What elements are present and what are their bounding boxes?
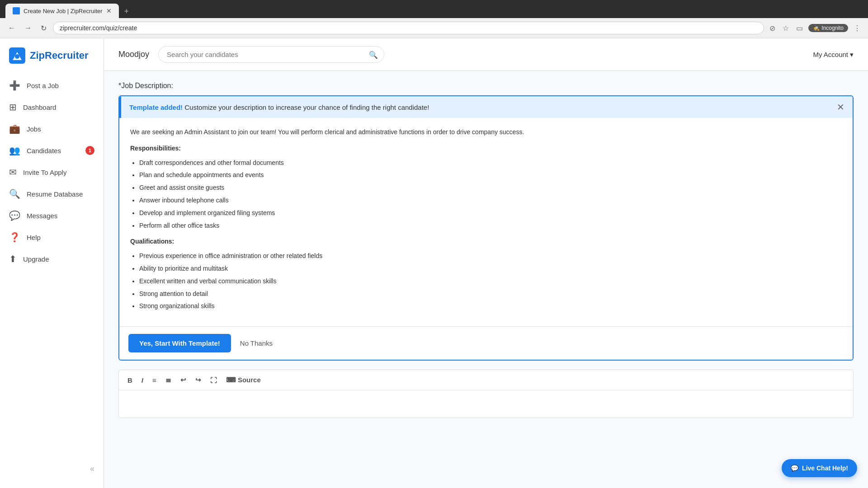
list-item: Greet and assist onsite guests — [139, 183, 842, 193]
header-right: My Account ▾ — [813, 51, 854, 59]
sidebar-item-label: Resume Database — [27, 190, 83, 198]
sidebar-item-candidates[interactable]: 👥 Candidates 1 — [0, 140, 104, 161]
resume-icon: 🔍 — [9, 188, 20, 199]
dashboard-icon: ⊞ — [9, 102, 17, 113]
svg-point-2 — [15, 54, 19, 59]
template-content: We are seeking an Admin Assistant to joi… — [119, 118, 853, 326]
toolbar-icons: ⊘ ☆ ▭ 🕵 Incognito ⋮ — [768, 22, 863, 34]
sidebar-item-label: Jobs — [27, 125, 41, 133]
sidebar-item-resume-database[interactable]: 🔍 Resume Database — [0, 183, 104, 205]
sidebar-item-label: Post a Job — [27, 82, 59, 89]
sidebar-item-label: Messages — [27, 212, 57, 220]
yes-start-template-button[interactable]: Yes, Start With Template! — [128, 334, 231, 352]
incognito-icon: 🕵 — [813, 25, 820, 31]
bold-button[interactable]: B — [125, 375, 135, 385]
editor-content[interactable] — [119, 390, 853, 418]
page-body: *Job Description: Template added! Custom… — [104, 71, 868, 488]
sidebar-item-jobs[interactable]: 💼 Jobs — [0, 118, 104, 140]
tab-title: Create New Job | ZipRecruiter — [24, 8, 103, 14]
undo-button[interactable]: ↩ — [178, 375, 189, 385]
post-a-job-icon: ➕ — [9, 80, 20, 91]
sidebar-item-label: Candidates — [27, 147, 61, 155]
sidebar-item-label: Invite To Apply — [23, 169, 66, 176]
sidebar-item-invite-to-apply[interactable]: ✉ Invite To Apply — [0, 161, 104, 183]
sidebar-item-dashboard[interactable]: ⊞ Dashboard — [0, 96, 104, 118]
sidebar-icon[interactable]: ▭ — [794, 22, 805, 34]
italic-button[interactable]: I — [139, 375, 146, 385]
logo-area: ZipRecruiter — [0, 47, 104, 75]
incognito-label: Incognito — [821, 25, 844, 31]
back-button[interactable]: ← — [5, 22, 18, 34]
forward-button[interactable]: → — [22, 22, 34, 34]
upgrade-icon: ⬆ — [9, 253, 17, 264]
unordered-list-button[interactable]: ≣ — [163, 375, 174, 385]
sidebar-collapse-button[interactable]: « — [0, 459, 104, 479]
close-template-button[interactable]: ✕ — [837, 103, 844, 112]
invite-icon: ✉ — [9, 167, 17, 178]
fullscreen-button[interactable]: ⛶ — [208, 375, 219, 385]
help-icon: ❓ — [9, 232, 20, 243]
sidebar-item-label: Upgrade — [23, 255, 49, 263]
job-description-label: *Job Description: — [118, 82, 854, 90]
no-thanks-button[interactable]: No Thanks — [240, 339, 273, 347]
my-account-button[interactable]: My Account ▾ — [813, 51, 854, 59]
address-bar[interactable]: ziprecruiter.com/quiz/create — [53, 22, 764, 34]
sidebar: ZipRecruiter ➕ Post a Job ⊞ Dashboard 💼 … — [0, 38, 104, 488]
sidebar-item-post-a-job[interactable]: ➕ Post a Job — [0, 75, 104, 96]
main-content: Moodjoy 🔍 My Account ▾ *Job Description:… — [104, 38, 868, 488]
sidebar-item-label: Dashboard — [23, 103, 56, 111]
search-input[interactable] — [158, 46, 384, 63]
list-item: Plan and schedule appointments and event… — [139, 170, 842, 181]
responsibilities-list: Draft correspondences and other formal d… — [139, 158, 842, 231]
list-item: Excellent written and verbal communicati… — [139, 276, 842, 287]
template-banner: Template added! Customize your descripti… — [119, 96, 853, 118]
jobs-icon: 💼 — [9, 123, 20, 134]
list-item: Perform all other office tasks — [139, 221, 842, 231]
sidebar-item-help[interactable]: ❓ Help — [0, 226, 104, 248]
browser-chrome: Create New Job | ZipRecruiter ✕ + — [0, 0, 868, 18]
editor-area: B I ≡ ≣ ↩ ↪ ⛶ ⌨ Source — [118, 370, 854, 418]
list-item: Previous experience in office administra… — [139, 251, 842, 262]
list-item: Strong attention to detail — [139, 289, 842, 300]
menu-button[interactable]: ⋮ — [852, 22, 863, 34]
template-banner-text: Template added! Customize your descripti… — [129, 103, 429, 111]
incognito-badge: 🕵 Incognito — [808, 24, 848, 32]
source-button[interactable]: ⌨ Source — [224, 375, 263, 385]
top-header: Moodjoy 🔍 My Account ▾ — [104, 38, 868, 71]
redo-button[interactable]: ↪ — [193, 375, 203, 385]
company-name: Moodjoy — [118, 50, 149, 59]
source-label: Source — [238, 376, 261, 384]
responsibilities-heading: Responsibilities: — [130, 143, 842, 154]
list-item: Answer inbound telephone calls — [139, 195, 842, 206]
qualifications-list: Previous experience in office administra… — [139, 251, 842, 312]
browser-tabs: Create New Job | ZipRecruiter ✕ + — [5, 4, 863, 18]
sidebar-item-upgrade[interactable]: ⬆ Upgrade — [0, 248, 104, 270]
template-intro-text: We are seeking an Admin Assistant to joi… — [130, 127, 842, 138]
bookmark-icon[interactable]: ☆ — [781, 22, 791, 34]
live-chat-button[interactable]: 💬 Live Chat Help! — [782, 459, 857, 477]
sidebar-item-label: Help — [27, 234, 41, 241]
list-item: Draft correspondences and other formal d… — [139, 158, 842, 169]
live-chat-label: Live Chat Help! — [802, 465, 848, 472]
tab-favicon — [13, 7, 20, 14]
live-chat-icon: 💬 — [791, 465, 798, 472]
search-icon: 🔍 — [369, 50, 378, 59]
refresh-button[interactable]: ↻ — [38, 22, 49, 34]
sidebar-item-messages[interactable]: 💬 Messages — [0, 205, 104, 226]
list-item: Ability to prioritize and multitask — [139, 263, 842, 274]
template-card: Template added! Customize your descripti… — [118, 95, 854, 361]
ordered-list-button[interactable]: ≡ — [150, 375, 159, 385]
cast-icon[interactable]: ⊘ — [768, 22, 777, 34]
tab-close-button[interactable]: ✕ — [106, 7, 112, 14]
browser-toolbar: ← → ↻ ziprecruiter.com/quiz/create ⊘ ☆ ▭… — [0, 18, 868, 38]
template-actions: Yes, Start With Template! No Thanks — [119, 326, 853, 360]
app-layout: ZipRecruiter ➕ Post a Job ⊞ Dashboard 💼 … — [0, 38, 868, 488]
candidates-badge: 1 — [85, 146, 94, 155]
active-tab[interactable]: Create New Job | ZipRecruiter ✕ — [5, 4, 119, 18]
source-icon: ⌨ — [226, 376, 236, 384]
chevron-down-icon: ▾ — [850, 51, 854, 59]
editor-toolbar: B I ≡ ≣ ↩ ↪ ⛶ ⌨ Source — [119, 370, 853, 390]
candidates-icon: 👥 — [9, 145, 20, 156]
template-banner-bold: Template added! — [129, 103, 183, 111]
new-tab-button[interactable]: + — [121, 5, 133, 18]
